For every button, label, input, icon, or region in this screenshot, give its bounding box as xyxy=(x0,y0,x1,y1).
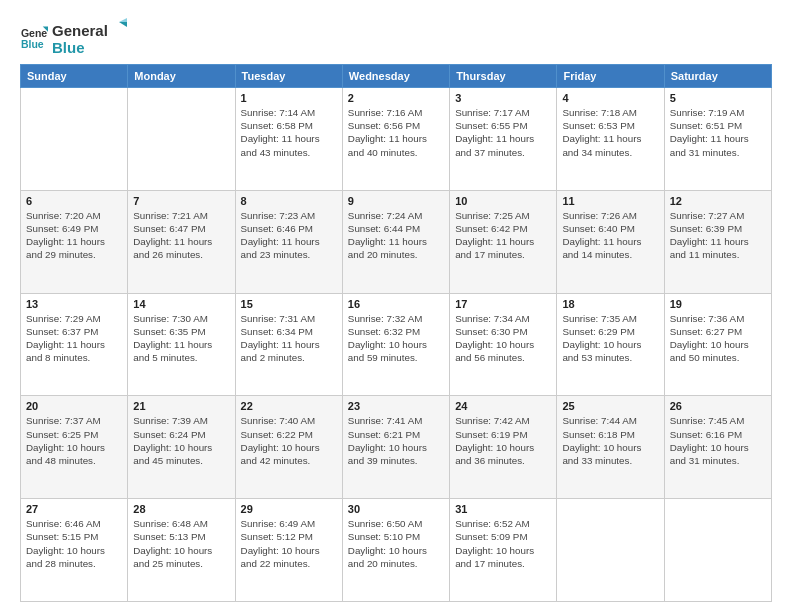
calendar-cell: 6Sunrise: 7:20 AM Sunset: 6:49 PM Daylig… xyxy=(21,190,128,293)
day-detail: Sunrise: 7:14 AM Sunset: 6:58 PM Dayligh… xyxy=(241,106,337,159)
calendar-week-row: 1Sunrise: 7:14 AM Sunset: 6:58 PM Daylig… xyxy=(21,88,772,191)
day-number: 6 xyxy=(26,195,122,207)
calendar-cell: 31Sunrise: 6:52 AM Sunset: 5:09 PM Dayli… xyxy=(450,499,557,602)
day-detail: Sunrise: 7:40 AM Sunset: 6:22 PM Dayligh… xyxy=(241,414,337,467)
day-detail: Sunrise: 7:44 AM Sunset: 6:18 PM Dayligh… xyxy=(562,414,658,467)
calendar-header-wednesday: Wednesday xyxy=(342,65,449,88)
day-detail: Sunrise: 7:19 AM Sunset: 6:51 PM Dayligh… xyxy=(670,106,766,159)
calendar-cell: 24Sunrise: 7:42 AM Sunset: 6:19 PM Dayli… xyxy=(450,396,557,499)
day-detail: Sunrise: 7:23 AM Sunset: 6:46 PM Dayligh… xyxy=(241,209,337,262)
calendar-cell: 3Sunrise: 7:17 AM Sunset: 6:55 PM Daylig… xyxy=(450,88,557,191)
calendar-cell: 28Sunrise: 6:48 AM Sunset: 5:13 PM Dayli… xyxy=(128,499,235,602)
calendar-cell: 16Sunrise: 7:32 AM Sunset: 6:32 PM Dayli… xyxy=(342,293,449,396)
day-number: 8 xyxy=(241,195,337,207)
day-detail: Sunrise: 7:21 AM Sunset: 6:47 PM Dayligh… xyxy=(133,209,229,262)
day-detail: Sunrise: 7:27 AM Sunset: 6:39 PM Dayligh… xyxy=(670,209,766,262)
calendar-week-row: 6Sunrise: 7:20 AM Sunset: 6:49 PM Daylig… xyxy=(21,190,772,293)
day-detail: Sunrise: 7:26 AM Sunset: 6:40 PM Dayligh… xyxy=(562,209,658,262)
calendar-header-tuesday: Tuesday xyxy=(235,65,342,88)
day-detail: Sunrise: 7:32 AM Sunset: 6:32 PM Dayligh… xyxy=(348,312,444,365)
calendar-week-row: 27Sunrise: 6:46 AM Sunset: 5:15 PM Dayli… xyxy=(21,499,772,602)
day-number: 9 xyxy=(348,195,444,207)
day-detail: Sunrise: 7:35 AM Sunset: 6:29 PM Dayligh… xyxy=(562,312,658,365)
page: General Blue General Blue Sunda xyxy=(0,0,792,612)
calendar-header-thursday: Thursday xyxy=(450,65,557,88)
calendar-cell: 7Sunrise: 7:21 AM Sunset: 6:47 PM Daylig… xyxy=(128,190,235,293)
calendar-cell: 22Sunrise: 7:40 AM Sunset: 6:22 PM Dayli… xyxy=(235,396,342,499)
calendar-cell: 29Sunrise: 6:49 AM Sunset: 5:12 PM Dayli… xyxy=(235,499,342,602)
day-number: 15 xyxy=(241,298,337,310)
calendar-body: 1Sunrise: 7:14 AM Sunset: 6:58 PM Daylig… xyxy=(21,88,772,602)
calendar-cell: 23Sunrise: 7:41 AM Sunset: 6:21 PM Dayli… xyxy=(342,396,449,499)
calendar-cell: 8Sunrise: 7:23 AM Sunset: 6:46 PM Daylig… xyxy=(235,190,342,293)
day-number: 27 xyxy=(26,503,122,515)
day-detail: Sunrise: 7:41 AM Sunset: 6:21 PM Dayligh… xyxy=(348,414,444,467)
day-number: 1 xyxy=(241,92,337,104)
svg-marker-5 xyxy=(119,18,127,22)
day-detail: Sunrise: 7:18 AM Sunset: 6:53 PM Dayligh… xyxy=(562,106,658,159)
day-detail: Sunrise: 7:16 AM Sunset: 6:56 PM Dayligh… xyxy=(348,106,444,159)
day-number: 14 xyxy=(133,298,229,310)
day-detail: Sunrise: 7:45 AM Sunset: 6:16 PM Dayligh… xyxy=(670,414,766,467)
day-detail: Sunrise: 7:34 AM Sunset: 6:30 PM Dayligh… xyxy=(455,312,551,365)
day-number: 4 xyxy=(562,92,658,104)
day-detail: Sunrise: 7:37 AM Sunset: 6:25 PM Dayligh… xyxy=(26,414,122,467)
calendar-cell: 25Sunrise: 7:44 AM Sunset: 6:18 PM Dayli… xyxy=(557,396,664,499)
calendar-cell: 11Sunrise: 7:26 AM Sunset: 6:40 PM Dayli… xyxy=(557,190,664,293)
day-number: 28 xyxy=(133,503,229,515)
day-number: 26 xyxy=(670,400,766,412)
day-number: 17 xyxy=(455,298,551,310)
day-detail: Sunrise: 7:20 AM Sunset: 6:49 PM Dayligh… xyxy=(26,209,122,262)
calendar-cell xyxy=(128,88,235,191)
day-detail: Sunrise: 6:46 AM Sunset: 5:15 PM Dayligh… xyxy=(26,517,122,570)
calendar-cell xyxy=(557,499,664,602)
calendar-cell: 10Sunrise: 7:25 AM Sunset: 6:42 PM Dayli… xyxy=(450,190,557,293)
day-detail: Sunrise: 6:52 AM Sunset: 5:09 PM Dayligh… xyxy=(455,517,551,570)
calendar-cell: 20Sunrise: 7:37 AM Sunset: 6:25 PM Dayli… xyxy=(21,396,128,499)
day-detail: Sunrise: 7:17 AM Sunset: 6:55 PM Dayligh… xyxy=(455,106,551,159)
calendar-cell xyxy=(664,499,771,602)
day-number: 30 xyxy=(348,503,444,515)
day-number: 31 xyxy=(455,503,551,515)
day-detail: Sunrise: 7:24 AM Sunset: 6:44 PM Dayligh… xyxy=(348,209,444,262)
calendar-header-sunday: Sunday xyxy=(21,65,128,88)
day-detail: Sunrise: 7:31 AM Sunset: 6:34 PM Dayligh… xyxy=(241,312,337,365)
header: General Blue General Blue xyxy=(20,18,772,56)
calendar-header-friday: Friday xyxy=(557,65,664,88)
calendar-cell: 15Sunrise: 7:31 AM Sunset: 6:34 PM Dayli… xyxy=(235,293,342,396)
calendar-cell xyxy=(21,88,128,191)
day-detail: Sunrise: 7:42 AM Sunset: 6:19 PM Dayligh… xyxy=(455,414,551,467)
day-detail: Sunrise: 6:48 AM Sunset: 5:13 PM Dayligh… xyxy=(133,517,229,570)
calendar-cell: 5Sunrise: 7:19 AM Sunset: 6:51 PM Daylig… xyxy=(664,88,771,191)
day-detail: Sunrise: 7:25 AM Sunset: 6:42 PM Dayligh… xyxy=(455,209,551,262)
calendar-cell: 18Sunrise: 7:35 AM Sunset: 6:29 PM Dayli… xyxy=(557,293,664,396)
calendar-cell: 12Sunrise: 7:27 AM Sunset: 6:39 PM Dayli… xyxy=(664,190,771,293)
calendar-header-row: SundayMondayTuesdayWednesdayThursdayFrid… xyxy=(21,65,772,88)
logo-blue: Blue xyxy=(52,39,127,56)
calendar-cell: 4Sunrise: 7:18 AM Sunset: 6:53 PM Daylig… xyxy=(557,88,664,191)
calendar-cell: 9Sunrise: 7:24 AM Sunset: 6:44 PM Daylig… xyxy=(342,190,449,293)
calendar-cell: 26Sunrise: 7:45 AM Sunset: 6:16 PM Dayli… xyxy=(664,396,771,499)
day-detail: Sunrise: 6:50 AM Sunset: 5:10 PM Dayligh… xyxy=(348,517,444,570)
day-number: 5 xyxy=(670,92,766,104)
calendar-week-row: 13Sunrise: 7:29 AM Sunset: 6:37 PM Dayli… xyxy=(21,293,772,396)
day-number: 10 xyxy=(455,195,551,207)
day-number: 22 xyxy=(241,400,337,412)
logo-general: General xyxy=(52,22,108,39)
day-number: 24 xyxy=(455,400,551,412)
calendar-cell: 19Sunrise: 7:36 AM Sunset: 6:27 PM Dayli… xyxy=(664,293,771,396)
calendar-cell: 2Sunrise: 7:16 AM Sunset: 6:56 PM Daylig… xyxy=(342,88,449,191)
day-number: 7 xyxy=(133,195,229,207)
day-number: 20 xyxy=(26,400,122,412)
day-detail: Sunrise: 7:36 AM Sunset: 6:27 PM Dayligh… xyxy=(670,312,766,365)
day-number: 18 xyxy=(562,298,658,310)
calendar-cell: 1Sunrise: 7:14 AM Sunset: 6:58 PM Daylig… xyxy=(235,88,342,191)
day-number: 29 xyxy=(241,503,337,515)
day-detail: Sunrise: 6:49 AM Sunset: 5:12 PM Dayligh… xyxy=(241,517,337,570)
day-detail: Sunrise: 7:29 AM Sunset: 6:37 PM Dayligh… xyxy=(26,312,122,365)
day-number: 13 xyxy=(26,298,122,310)
day-number: 16 xyxy=(348,298,444,310)
day-detail: Sunrise: 7:39 AM Sunset: 6:24 PM Dayligh… xyxy=(133,414,229,467)
day-number: 3 xyxy=(455,92,551,104)
day-number: 19 xyxy=(670,298,766,310)
